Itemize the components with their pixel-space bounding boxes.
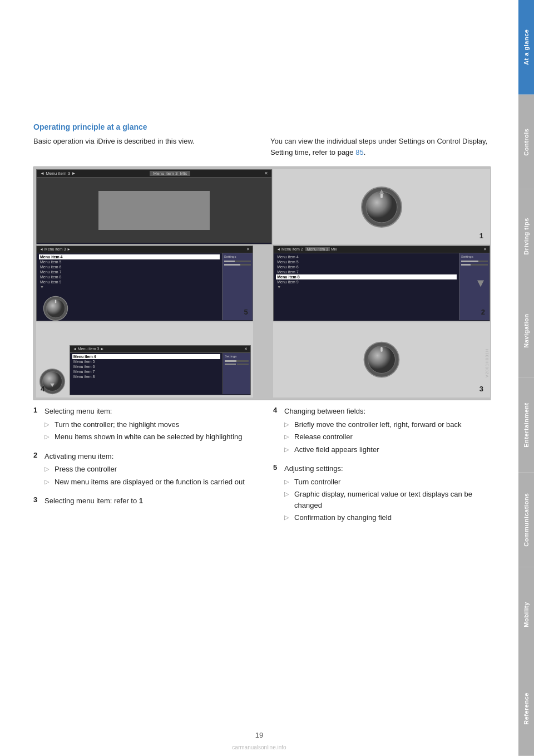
sidebar-tab-driving-tips[interactable]: Driving tips [518,189,534,284]
svg-rect-13 [380,347,383,352]
page-number: 19 [255,731,263,739]
instructions-right-col: 4 Changing between fields: ▷ Briefly mov… [273,406,491,532]
sidebar-tabs: At a glance Controls Driving tips Naviga… [518,0,534,756]
watermark: V2001H031H [485,348,489,377]
section-heading: Operating principle at a glance [33,122,491,131]
sub-arrow-icon: ▷ [44,464,51,474]
sub-item-2-1: ▷ Press the controller [44,464,245,475]
intro-right: You can view the individual steps under … [270,136,491,158]
sub-items-5: ▷ Turn controller ▷ Graphic display, num… [284,477,491,523]
controller-knob-3 [362,340,401,379]
sub-arrow-icon: ▷ [284,420,291,429]
sub-item-4-2: ▷ Release controller [284,431,462,443]
sub-arrow-icon: ▷ [284,445,291,454]
intro-left: Basic operation via iDrive is described … [33,136,254,158]
sub-items-4: ▷ Briefly move the controller left, righ… [284,419,462,455]
sub-item-4-1: ▷ Briefly move the controller left, righ… [284,419,462,430]
instruction-text-2: Activating menu item: ▷ Press the contro… [44,451,245,489]
mid-spacer [254,246,272,321]
panel-controller-3: 3 [273,322,490,397]
sidebar-tab-communications[interactable]: Communications [518,473,534,567]
sub-item-2-2: ▷ New menu items are displayed or the fu… [44,477,245,488]
instruction-2: 2 Activating menu item: ▷ Press the cont… [33,451,251,489]
svg-point-9 [43,371,62,391]
sidebar-tab-at-a-glance[interactable]: At a glance [518,0,534,95]
sidebar-tab-controls[interactable]: Controls [518,95,534,189]
panel-controller-1: 1 [273,169,490,244]
panel-number-5: 5 [244,308,248,316]
sub-items-2: ▷ Press the controller ▷ New menu items … [44,464,245,487]
diagram-container: ◄ Menu item 3 ► Menu item 3 Mix ✕ [33,166,491,400]
panel-number-3: 3 [479,385,483,393]
panel-top-large: ◄ Menu item 3 ► Menu item 3 Mix ✕ [36,169,272,244]
instruction-text-1: Selecting menu item: ▷ Turn the controll… [44,406,242,444]
page-link-85[interactable]: 85 [355,148,363,156]
sub-arrow-icon: ▷ [44,432,51,441]
instructions-section: 1 Selecting menu item: ▷ Turn the contro… [33,406,491,532]
sub-arrow-icon: ▷ [284,477,291,487]
instruction-5: 5 Adjusting settings: ▷ Turn controller … [273,463,491,525]
instruction-num-1: 1 [33,406,41,414]
sub-item-5-3: ▷ Confirmation by changing field [284,512,491,523]
instruction-3: 3 Selecting menu item: refer to 1 [33,495,251,507]
bot-mid-spacer [254,322,272,397]
sidebar-tab-reference[interactable]: Reference [518,661,534,756]
sub-items-1: ▷ Turn the controller; the highlight mov… [44,419,242,443]
panel-bot-left: ◄ Menu item 3 ► ✕ Menu item 4 Menu item … [36,322,253,397]
sub-item-5-1: ▷ Turn controller [284,477,491,488]
sub-arrow-icon: ▷ [284,432,291,441]
panel-5: ◄ Menu item 3 ► ✕ Menu item 4 Menu item … [36,246,253,321]
sidebar-tab-mobility[interactable]: Mobility [518,567,534,662]
main-content: Operating principle at a glance Basic op… [0,0,518,756]
sub-item-4-3: ▷ Active field appears lighter [284,444,462,455]
sub-item-5-2: ▷ Graphic display, numerical value or te… [284,489,491,510]
instruction-4: 4 Changing between fields: ▷ Briefly mov… [273,406,491,456]
sub-arrow-icon: ▷ [44,477,51,487]
down-arrow-2 [476,276,485,289]
svg-marker-7 [477,280,484,287]
panel-2: ◄ Menu item 2 Menu item 3 Mix ✕ Menu ite… [273,246,490,321]
instruction-1: 1 Selecting menu item: ▷ Turn the contro… [33,406,251,444]
instruction-text-3: Selecting menu item: refer to 1 [44,495,143,507]
sub-arrow-icon: ▷ [44,420,51,429]
panel-number-1: 1 [479,232,483,240]
instruction-text-5: Adjusting settings: ▷ Turn controller ▷ … [284,463,491,525]
controller-knob-5-small [42,295,69,321]
instruction-num-4: 4 [273,406,281,414]
instruction-text-4: Changing between fields: ▷ Briefly move … [284,406,462,456]
controller-knob-1 [359,185,404,229]
instruction-num-2: 2 [33,451,41,459]
instruction-num-5: 5 [273,463,281,472]
panel-number-4: 4 [41,385,44,393]
instruction-num-3: 3 [33,495,41,504]
sub-arrow-icon: ▷ [284,489,291,499]
svg-rect-6 [55,300,56,303]
sidebar-tab-entertainment[interactable]: Entertainment [518,378,534,473]
sub-item-1-1: ▷ Turn the controller; the highlight mov… [44,419,242,430]
intro-columns: Basic operation via iDrive is described … [33,136,491,158]
panel-number-2: 2 [481,308,485,316]
sub-arrow-icon: ▷ [284,513,291,522]
website-watermark: carmanualsonline.info [232,744,286,750]
large-screen-content [37,178,271,243]
display-screen [98,191,210,230]
sidebar-tab-navigation[interactable]: Navigation [518,283,534,378]
instructions-left-col: 1 Selecting menu item: ▷ Turn the contro… [33,406,251,532]
sub-item-1-2: ▷ Menu items shown in white can be selec… [44,431,242,443]
